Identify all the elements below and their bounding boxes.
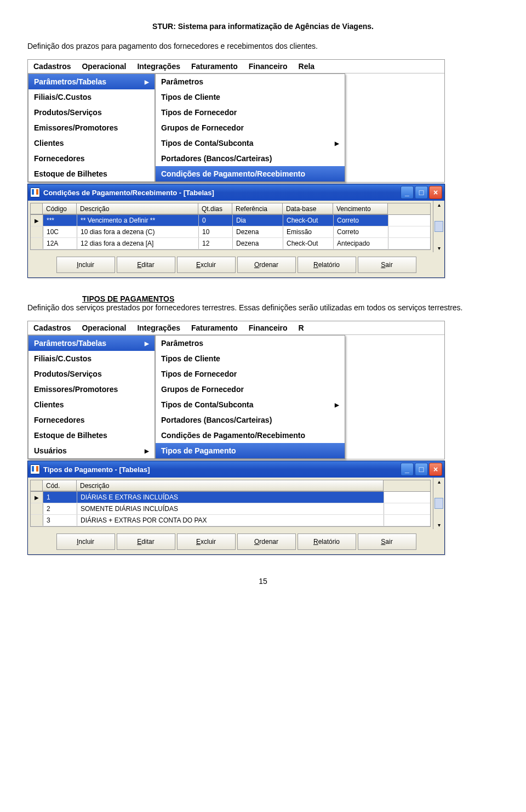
grid-tipos: Cód.Descrição ▶1DIÁRIAS E EXTRAS INCLUÍD… bbox=[30, 480, 431, 527]
submenu-arrow-icon: ▶ bbox=[335, 402, 339, 408]
menu-item[interactable]: Tipos de Cliente bbox=[156, 89, 345, 105]
menu-item[interactable]: Clientes bbox=[28, 135, 155, 151]
maximize-button[interactable]: □ bbox=[415, 186, 428, 199]
menu-item[interactable]: Fornecedores bbox=[28, 412, 155, 428]
menu-item[interactable]: Tipos de Cliente bbox=[156, 351, 345, 366]
excluir-button[interactable]: Excluir bbox=[177, 257, 236, 273]
row-selector-header bbox=[31, 203, 43, 214]
paragraph-1: Definição dos prazos para pagamento dos … bbox=[27, 42, 499, 50]
cell: DIÁRIAS + EXTRAS POR CONTA DO PAX bbox=[77, 515, 384, 526]
menu-item[interactable]: Tipos de Conta/Subconta▶ bbox=[156, 135, 345, 151]
cell: 12A bbox=[43, 238, 77, 249]
cell: 2 bbox=[43, 503, 77, 514]
menubar-item[interactable]: Operacional bbox=[76, 60, 132, 73]
cell: Correto bbox=[334, 226, 388, 237]
scrollbar[interactable]: ▴▾ bbox=[433, 201, 444, 252]
titlebar-2: Tipos de Pagamento - [Tabelas] _ □ × bbox=[28, 461, 444, 478]
menu2-left: Parâmetros/Tabelas▶Filiais/C.CustosProdu… bbox=[28, 335, 155, 459]
close-button[interactable]: × bbox=[429, 186, 442, 199]
menubar-item[interactable]: Cadastros bbox=[28, 60, 76, 73]
cell: 0 bbox=[199, 215, 233, 226]
menu-item[interactable]: Portadores (Bancos/Carteiras) bbox=[156, 151, 345, 166]
menu-item[interactable]: Tipos de Fornecedor bbox=[156, 366, 345, 382]
menu-item[interactable]: Produtos/Serviços bbox=[28, 366, 155, 382]
row-selector-header bbox=[31, 480, 43, 491]
menu-item[interactable]: Clientes bbox=[28, 397, 155, 412]
menu-item[interactable]: Parâmetros bbox=[156, 74, 345, 89]
scrollbar[interactable]: ▴▾ bbox=[433, 478, 444, 529]
table-row[interactable]: 10C10 dias fora a dezena (C)10DezenaEmis… bbox=[31, 226, 430, 238]
editar-button[interactable]: Editar bbox=[117, 533, 175, 550]
menubar-item[interactable]: Financeiro bbox=[243, 321, 293, 334]
menu-item[interactable]: Filiais/C.Custos bbox=[28, 351, 155, 366]
menu2-right: ParâmetrosTipos de ClienteTipos de Forne… bbox=[155, 335, 345, 459]
menu-item[interactable]: Grupos de Fornecedor bbox=[156, 120, 345, 135]
menu-item[interactable]: Condições de Pagamento/Recebimento bbox=[156, 166, 345, 181]
table-row[interactable]: 3DIÁRIAS + EXTRAS POR CONTA DO PAX bbox=[31, 515, 430, 526]
menu-item[interactable]: Usuários▶ bbox=[28, 443, 155, 458]
menu-item[interactable]: Grupos de Fornecedor bbox=[156, 382, 345, 397]
column-header[interactable]: Data-base bbox=[283, 203, 333, 214]
column-header[interactable]: Cód. bbox=[43, 480, 77, 491]
column-header[interactable]: Descrição bbox=[77, 203, 198, 214]
menubar-item[interactable]: Faturamento bbox=[186, 60, 243, 73]
table-row[interactable]: 2SOMENTE DIÁRIAS INCLUÍDAS bbox=[31, 503, 430, 515]
sair-button[interactable]: Sair bbox=[358, 533, 416, 550]
menu-item[interactable]: Estoque de Bilhetes bbox=[28, 428, 155, 443]
window-title-2: Tipos de Pagamento - [Tabelas] bbox=[43, 465, 150, 474]
menubar-item[interactable]: Rela bbox=[293, 60, 321, 73]
ordenar-button[interactable]: Ordenar bbox=[237, 257, 296, 273]
table-row[interactable]: ▶1DIÁRIAS E EXTRAS INCLUÍDAS bbox=[31, 492, 430, 503]
cell: 10 dias fora a dezena (C) bbox=[77, 226, 199, 237]
relatorio-button[interactable]: Relatório bbox=[298, 533, 356, 550]
menubar-item[interactable]: Cadastros bbox=[28, 321, 76, 334]
app-icon bbox=[30, 188, 40, 197]
menubar-item[interactable]: R bbox=[293, 321, 310, 334]
table-row[interactable]: 12A12 dias fora a dezena [A]12DezenaChec… bbox=[31, 238, 430, 249]
menu-item[interactable]: Filiais/C.Custos bbox=[28, 89, 155, 105]
column-header[interactable]: Vencimento bbox=[333, 203, 388, 214]
incluir-button[interactable]: Incluir bbox=[56, 257, 115, 273]
submenu-arrow-icon: ▶ bbox=[145, 79, 149, 85]
grid-condicoes: CódigoDescriçãoQt.diasReferênciaData-bas… bbox=[30, 203, 431, 250]
grid2-header: Cód.Descrição bbox=[31, 480, 430, 492]
doc-title: STUR: Sistema para informatização de Agê… bbox=[27, 22, 499, 31]
menu-item[interactable]: Portadores (Bancos/Carteiras) bbox=[156, 412, 345, 428]
menu-item[interactable]: Tipos de Pagamento bbox=[156, 443, 345, 458]
ordenar-button[interactable]: Ordenar bbox=[237, 533, 296, 550]
column-header[interactable]: Qt.dias bbox=[198, 203, 232, 214]
menu-item[interactable]: Condições de Pagamento/Recebimento bbox=[156, 428, 345, 443]
menu-item[interactable]: Emissores/Promotores bbox=[28, 382, 155, 397]
menu-item[interactable]: Estoque de Bilhetes bbox=[28, 166, 155, 181]
menu-item[interactable]: Parâmetros/Tabelas▶ bbox=[28, 74, 155, 89]
menubar-item[interactable]: Integrações bbox=[132, 321, 186, 334]
menu-item[interactable]: Produtos/Serviços bbox=[28, 105, 155, 120]
submenu-arrow-icon: ▶ bbox=[145, 448, 149, 454]
column-header[interactable]: Código bbox=[43, 203, 77, 214]
menubar-item[interactable]: Integrações bbox=[132, 60, 186, 73]
row-indicator-icon: ▶ bbox=[31, 215, 43, 226]
menu-item[interactable]: Fornecedores bbox=[28, 151, 155, 166]
menu-item[interactable]: Tipos de Fornecedor bbox=[156, 105, 345, 120]
menubar-item[interactable]: Faturamento bbox=[186, 321, 243, 334]
cell: Dia bbox=[233, 215, 283, 226]
toolbar-2: IncluirEditarExcluirOrdenarRelatórioSair bbox=[28, 529, 444, 554]
excluir-button[interactable]: Excluir bbox=[177, 533, 236, 550]
menubar-item[interactable]: Operacional bbox=[76, 321, 132, 334]
close-button[interactable]: × bbox=[429, 463, 442, 476]
minimize-button[interactable]: _ bbox=[401, 186, 414, 199]
minimize-button[interactable]: _ bbox=[401, 463, 414, 476]
menu-item[interactable]: Parâmetros/Tabelas▶ bbox=[28, 336, 155, 351]
relatorio-button[interactable]: Relatório bbox=[298, 257, 356, 273]
menu-item[interactable]: Tipos de Conta/Subconta▶ bbox=[156, 397, 345, 412]
incluir-button[interactable]: Incluir bbox=[56, 533, 115, 550]
maximize-button[interactable]: □ bbox=[415, 463, 428, 476]
column-header[interactable]: Descrição bbox=[77, 480, 384, 491]
menu-item[interactable]: Parâmetros bbox=[156, 336, 345, 351]
table-row[interactable]: ▶***** Vencimento a Definir **0DiaCheck-… bbox=[31, 215, 430, 226]
column-header[interactable]: Referência bbox=[232, 203, 283, 214]
menubar-item[interactable]: Financeiro bbox=[243, 60, 293, 73]
menu-item[interactable]: Emissores/Promotores bbox=[28, 120, 155, 135]
sair-button[interactable]: Sair bbox=[358, 257, 416, 273]
editar-button[interactable]: Editar bbox=[117, 257, 175, 273]
